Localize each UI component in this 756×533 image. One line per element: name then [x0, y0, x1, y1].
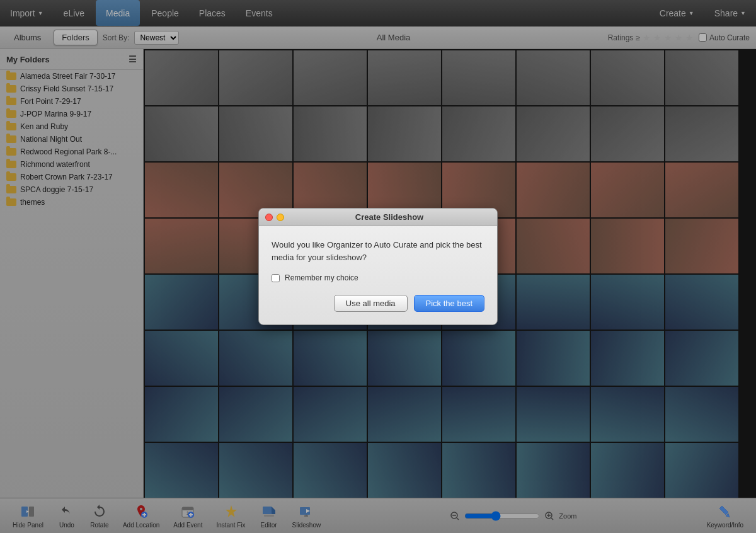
dialog-close-button[interactable]: [265, 214, 273, 221]
dialog-overlay: Create Slideshow Would you like Organize…: [0, 0, 756, 533]
dialog-buttons: Use all media Pick the best: [272, 295, 484, 312]
dialog-titlebar: Create Slideshow: [259, 209, 497, 226]
remember-choice-label: Remember my choice: [285, 273, 358, 282]
dialog-body: Would you like Organizer to Auto Curate …: [259, 226, 497, 324]
dialog-checkbox-row: Remember my choice: [272, 273, 484, 282]
dialog-title: Create Slideshow: [288, 212, 491, 222]
remember-choice-checkbox[interactable]: [272, 274, 280, 282]
create-slideshow-dialog: Create Slideshow Would you like Organize…: [258, 208, 498, 325]
pick-best-button[interactable]: Pick the best: [414, 295, 484, 312]
use-all-media-button[interactable]: Use all media: [334, 295, 408, 312]
dialog-message: Would you like Organizer to Auto Curate …: [272, 239, 484, 263]
dialog-minimize-button[interactable]: [277, 214, 284, 221]
